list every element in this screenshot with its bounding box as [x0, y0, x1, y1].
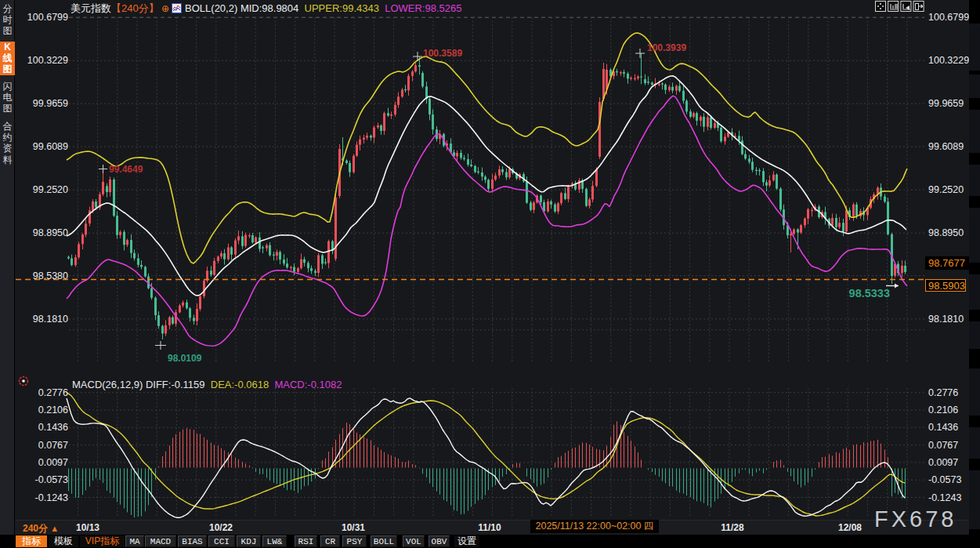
svg-text:100.3589: 100.3589	[423, 48, 462, 59]
svg-text:98.0109: 98.0109	[168, 353, 202, 364]
svg-text:100.3939: 100.3939	[647, 42, 686, 53]
svg-text:98.5333: 98.5333	[849, 287, 890, 299]
svg-text:99.4649: 99.4649	[109, 164, 143, 175]
